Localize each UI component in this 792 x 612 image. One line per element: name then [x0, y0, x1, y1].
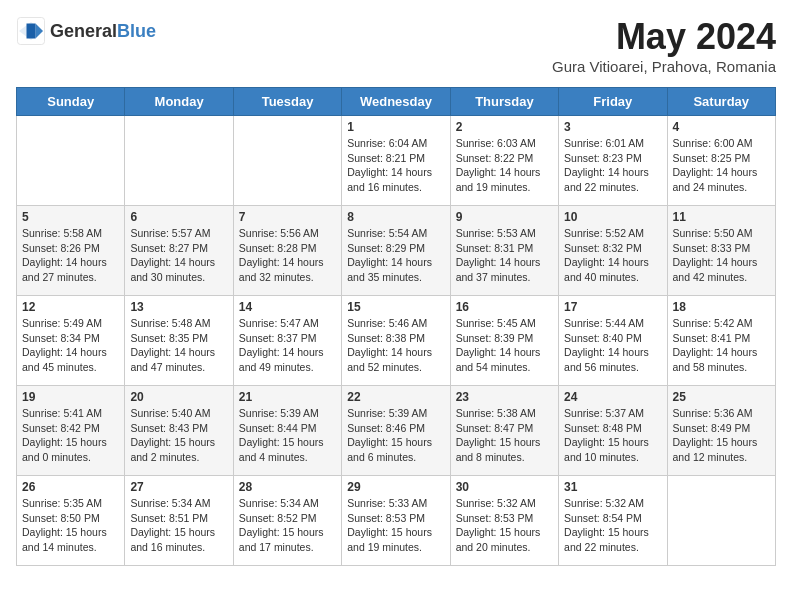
day-number: 18: [673, 300, 770, 314]
day-cell: 24Sunrise: 5:37 AMSunset: 8:48 PMDayligh…: [559, 386, 667, 476]
logo: General Blue: [16, 16, 156, 46]
day-info: Sunrise: 5:39 AMSunset: 8:46 PMDaylight:…: [347, 406, 444, 465]
day-info: Sunrise: 5:33 AMSunset: 8:53 PMDaylight:…: [347, 496, 444, 555]
day-info: Sunrise: 5:44 AMSunset: 8:40 PMDaylight:…: [564, 316, 661, 375]
day-number: 21: [239, 390, 336, 404]
day-cell: 18Sunrise: 5:42 AMSunset: 8:41 PMDayligh…: [667, 296, 775, 386]
day-info: Sunrise: 5:42 AMSunset: 8:41 PMDaylight:…: [673, 316, 770, 375]
day-number: 24: [564, 390, 661, 404]
day-cell: 12Sunrise: 5:49 AMSunset: 8:34 PMDayligh…: [17, 296, 125, 386]
day-number: 13: [130, 300, 227, 314]
day-number: 5: [22, 210, 119, 224]
day-info: Sunrise: 6:01 AMSunset: 8:23 PMDaylight:…: [564, 136, 661, 195]
logo-icon: [16, 16, 46, 46]
day-number: 3: [564, 120, 661, 134]
day-number: 22: [347, 390, 444, 404]
calendar-table: SundayMondayTuesdayWednesdayThursdayFrid…: [16, 87, 776, 566]
day-info: Sunrise: 5:54 AMSunset: 8:29 PMDaylight:…: [347, 226, 444, 285]
day-number: 11: [673, 210, 770, 224]
days-header-row: SundayMondayTuesdayWednesdayThursdayFrid…: [17, 88, 776, 116]
day-number: 23: [456, 390, 553, 404]
day-info: Sunrise: 5:48 AMSunset: 8:35 PMDaylight:…: [130, 316, 227, 375]
day-cell: 23Sunrise: 5:38 AMSunset: 8:47 PMDayligh…: [450, 386, 558, 476]
day-cell: 30Sunrise: 5:32 AMSunset: 8:53 PMDayligh…: [450, 476, 558, 566]
day-number: 16: [456, 300, 553, 314]
week-row-4: 19Sunrise: 5:41 AMSunset: 8:42 PMDayligh…: [17, 386, 776, 476]
day-number: 27: [130, 480, 227, 494]
week-row-2: 5Sunrise: 5:58 AMSunset: 8:26 PMDaylight…: [17, 206, 776, 296]
day-number: 19: [22, 390, 119, 404]
day-info: Sunrise: 5:34 AMSunset: 8:52 PMDaylight:…: [239, 496, 336, 555]
day-info: Sunrise: 5:32 AMSunset: 8:53 PMDaylight:…: [456, 496, 553, 555]
day-cell: 26Sunrise: 5:35 AMSunset: 8:50 PMDayligh…: [17, 476, 125, 566]
day-cell: 13Sunrise: 5:48 AMSunset: 8:35 PMDayligh…: [125, 296, 233, 386]
day-info: Sunrise: 5:40 AMSunset: 8:43 PMDaylight:…: [130, 406, 227, 465]
day-cell: 11Sunrise: 5:50 AMSunset: 8:33 PMDayligh…: [667, 206, 775, 296]
day-info: Sunrise: 5:49 AMSunset: 8:34 PMDaylight:…: [22, 316, 119, 375]
day-cell: 15Sunrise: 5:46 AMSunset: 8:38 PMDayligh…: [342, 296, 450, 386]
day-number: 7: [239, 210, 336, 224]
day-info: Sunrise: 6:00 AMSunset: 8:25 PMDaylight:…: [673, 136, 770, 195]
day-info: Sunrise: 5:50 AMSunset: 8:33 PMDaylight:…: [673, 226, 770, 285]
day-number: 8: [347, 210, 444, 224]
day-info: Sunrise: 5:56 AMSunset: 8:28 PMDaylight:…: [239, 226, 336, 285]
day-info: Sunrise: 5:57 AMSunset: 8:27 PMDaylight:…: [130, 226, 227, 285]
day-cell: 22Sunrise: 5:39 AMSunset: 8:46 PMDayligh…: [342, 386, 450, 476]
day-info: Sunrise: 5:58 AMSunset: 8:26 PMDaylight:…: [22, 226, 119, 285]
day-number: 25: [673, 390, 770, 404]
day-number: 12: [22, 300, 119, 314]
day-cell: 5Sunrise: 5:58 AMSunset: 8:26 PMDaylight…: [17, 206, 125, 296]
header-thursday: Thursday: [450, 88, 558, 116]
main-title: May 2024: [552, 16, 776, 58]
day-cell: 1Sunrise: 6:04 AMSunset: 8:21 PMDaylight…: [342, 116, 450, 206]
day-number: 1: [347, 120, 444, 134]
day-number: 4: [673, 120, 770, 134]
day-cell: 29Sunrise: 5:33 AMSunset: 8:53 PMDayligh…: [342, 476, 450, 566]
day-number: 28: [239, 480, 336, 494]
day-number: 20: [130, 390, 227, 404]
day-info: Sunrise: 5:32 AMSunset: 8:54 PMDaylight:…: [564, 496, 661, 555]
day-cell: 3Sunrise: 6:01 AMSunset: 8:23 PMDaylight…: [559, 116, 667, 206]
day-cell: 21Sunrise: 5:39 AMSunset: 8:44 PMDayligh…: [233, 386, 341, 476]
day-info: Sunrise: 5:47 AMSunset: 8:37 PMDaylight:…: [239, 316, 336, 375]
day-number: 30: [456, 480, 553, 494]
day-cell: 4Sunrise: 6:00 AMSunset: 8:25 PMDaylight…: [667, 116, 775, 206]
day-number: 31: [564, 480, 661, 494]
header: General Blue May 2024 Gura Vitioarei, Pr…: [16, 16, 776, 75]
day-info: Sunrise: 5:35 AMSunset: 8:50 PMDaylight:…: [22, 496, 119, 555]
day-cell: 14Sunrise: 5:47 AMSunset: 8:37 PMDayligh…: [233, 296, 341, 386]
header-sunday: Sunday: [17, 88, 125, 116]
day-cell: [667, 476, 775, 566]
day-info: Sunrise: 6:03 AMSunset: 8:22 PMDaylight:…: [456, 136, 553, 195]
header-wednesday: Wednesday: [342, 88, 450, 116]
day-number: 29: [347, 480, 444, 494]
day-cell: 7Sunrise: 5:56 AMSunset: 8:28 PMDaylight…: [233, 206, 341, 296]
day-cell: 9Sunrise: 5:53 AMSunset: 8:31 PMDaylight…: [450, 206, 558, 296]
day-number: 14: [239, 300, 336, 314]
day-number: 26: [22, 480, 119, 494]
title-section: May 2024 Gura Vitioarei, Prahova, Romani…: [552, 16, 776, 75]
day-cell: 25Sunrise: 5:36 AMSunset: 8:49 PMDayligh…: [667, 386, 775, 476]
day-number: 10: [564, 210, 661, 224]
day-info: Sunrise: 5:45 AMSunset: 8:39 PMDaylight:…: [456, 316, 553, 375]
day-cell: 17Sunrise: 5:44 AMSunset: 8:40 PMDayligh…: [559, 296, 667, 386]
day-cell: [125, 116, 233, 206]
day-cell: 16Sunrise: 5:45 AMSunset: 8:39 PMDayligh…: [450, 296, 558, 386]
day-info: Sunrise: 5:37 AMSunset: 8:48 PMDaylight:…: [564, 406, 661, 465]
day-number: 9: [456, 210, 553, 224]
day-cell: [17, 116, 125, 206]
logo-blue: Blue: [117, 21, 156, 42]
day-cell: 20Sunrise: 5:40 AMSunset: 8:43 PMDayligh…: [125, 386, 233, 476]
day-cell: 27Sunrise: 5:34 AMSunset: 8:51 PMDayligh…: [125, 476, 233, 566]
header-saturday: Saturday: [667, 88, 775, 116]
svg-marker-3: [27, 24, 36, 39]
header-friday: Friday: [559, 88, 667, 116]
day-info: Sunrise: 5:34 AMSunset: 8:51 PMDaylight:…: [130, 496, 227, 555]
day-info: Sunrise: 5:46 AMSunset: 8:38 PMDaylight:…: [347, 316, 444, 375]
day-cell: 19Sunrise: 5:41 AMSunset: 8:42 PMDayligh…: [17, 386, 125, 476]
day-cell: 2Sunrise: 6:03 AMSunset: 8:22 PMDaylight…: [450, 116, 558, 206]
day-info: Sunrise: 5:41 AMSunset: 8:42 PMDaylight:…: [22, 406, 119, 465]
day-number: 6: [130, 210, 227, 224]
logo-general: General: [50, 21, 117, 42]
day-cell: 10Sunrise: 5:52 AMSunset: 8:32 PMDayligh…: [559, 206, 667, 296]
